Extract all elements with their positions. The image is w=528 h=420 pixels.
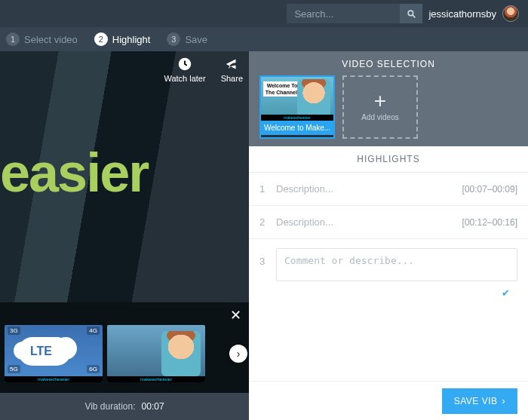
svg-line-1: [413, 15, 415, 17]
highlight-index: 2: [259, 216, 267, 228]
next-button[interactable]: ›: [229, 345, 247, 363]
suggested-thumb-2[interactable]: maketecheasier: [107, 325, 205, 382]
check-icon[interactable]: ✔: [502, 287, 510, 299]
add-videos-label: Add videos: [361, 113, 398, 121]
badge-6g: 6G: [87, 365, 100, 373]
watch-later-button[interactable]: Watch later: [164, 56, 205, 83]
save-button-label: SAVE VIB: [454, 396, 498, 406]
user-area[interactable]: jessicathornsby: [428, 5, 519, 22]
brand-strip: maketecheasier: [107, 376, 205, 382]
lte-label: LTE: [30, 345, 52, 358]
highlight-input[interactable]: [276, 248, 517, 281]
share-icon: [223, 56, 240, 72]
highlight-time: [00:07–00:09]: [462, 184, 517, 195]
highlight-desc: Description...: [276, 216, 453, 228]
thumbnail-strip: ✕ 3G 4G 5G 6G LTE maketecheasier maketec…: [0, 302, 249, 393]
highlight-row[interactable]: 2 Description... [00:12–00:16]: [249, 206, 528, 239]
main-split: Watch later Share easier ✕ 3G 4G 5G 6G L…: [0, 51, 528, 420]
highlights-title: HIGHLIGHTS: [249, 146, 528, 173]
duration-value: 00:07: [142, 401, 164, 412]
step-save[interactable]: 3 Save: [167, 32, 207, 46]
duration-bar: Vib duration: 00:07: [0, 393, 249, 420]
step-number: 3: [167, 32, 180, 46]
highlights-panel: HIGHLIGHTS 1 Description... [00:07–00:09…: [249, 146, 528, 420]
highlight-index: 1: [259, 183, 267, 195]
duration-label: Vib duration:: [84, 401, 135, 412]
watch-later-label: Watch later: [164, 74, 205, 83]
video-selection-title: VIDEO SELECTION: [249, 51, 528, 75]
video-selection-row: Welcome To The Channel! maketecheasier W…: [249, 75, 528, 146]
badge-3g: 3G: [8, 326, 20, 335]
right-pane: VIDEO SELECTION Welcome To The Channel! …: [249, 51, 528, 420]
badge-4g: 4G: [87, 326, 100, 335]
share-label: Share: [221, 74, 243, 83]
svg-point-0: [408, 11, 413, 16]
search-icon: [407, 9, 416, 19]
overlay-text: Welcome To The Channel!: [263, 81, 301, 97]
save-bar: SAVE VIB ›: [249, 381, 528, 420]
chevron-right-icon: ›: [502, 396, 506, 406]
video-controls: Watch later Share: [164, 56, 243, 83]
step-number: 2: [94, 32, 108, 46]
chevron-right-icon: ›: [237, 348, 241, 360]
step-label: Highlight: [112, 34, 151, 45]
highlight-row[interactable]: 1 Description... [00:07–00:09]: [249, 173, 528, 206]
search-button[interactable]: [400, 4, 422, 23]
plus-icon: +: [374, 94, 386, 109]
top-bar: jessicathornsby: [0, 0, 528, 27]
video-overlay-text: easier: [0, 142, 148, 204]
left-pane: Watch later Share easier ✕ 3G 4G 5G 6G L…: [0, 51, 249, 420]
video-thumb: Welcome To The Channel! maketecheasier: [261, 77, 333, 121]
highlight-desc: Description...: [276, 183, 453, 195]
share-button[interactable]: Share: [221, 56, 243, 83]
add-videos-button[interactable]: + Add videos: [342, 75, 418, 139]
step-bar: 1 Select video 2 Highlight 3 Save: [0, 27, 528, 51]
step-number: 1: [6, 32, 20, 46]
search-input[interactable]: [287, 4, 400, 23]
save-vib-button[interactable]: SAVE VIB ›: [442, 388, 517, 414]
close-icon[interactable]: ✕: [230, 307, 241, 323]
video-caption: Welcome to Make...: [261, 121, 333, 135]
step-select-video[interactable]: 1 Select video: [6, 32, 78, 46]
avatar: [502, 5, 519, 22]
username: jessicathornsby: [428, 8, 496, 20]
strip-row: 3G 4G 5G 6G LTE maketecheasier maketeche…: [5, 325, 244, 382]
highlight-input-row: 3 ✔: [249, 239, 528, 290]
brand-strip: maketecheasier: [5, 376, 103, 382]
clock-icon: [177, 56, 193, 72]
highlight-index: 3: [259, 248, 267, 267]
step-label: Save: [185, 34, 207, 45]
step-label: Select video: [24, 34, 78, 45]
face-graphic: [161, 331, 201, 376]
video-player[interactable]: Watch later Share easier: [0, 51, 249, 302]
face-graphic: [297, 79, 330, 118]
search-wrap: [287, 4, 422, 23]
step-highlight[interactable]: 2 Highlight: [94, 32, 151, 46]
brand-strip: maketecheasier: [261, 115, 333, 121]
badge-5g: 5G: [8, 365, 20, 373]
selected-video-card[interactable]: Welcome To The Channel! maketecheasier W…: [259, 75, 335, 139]
highlight-time: [00:12–00:16]: [462, 217, 517, 228]
suggested-thumb-1[interactable]: 3G 4G 5G 6G LTE maketecheasier: [5, 325, 103, 382]
